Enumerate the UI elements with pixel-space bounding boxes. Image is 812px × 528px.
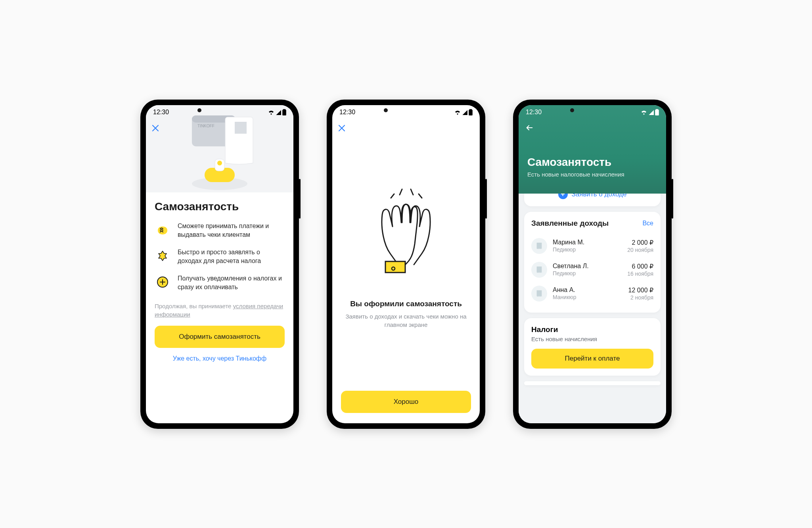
- success-subtitle: Заявить о доходах и скачать чеки можно н…: [343, 312, 469, 329]
- svg-rect-6: [235, 122, 247, 134]
- status-icons: [268, 109, 286, 115]
- income-service: Маникюр: [553, 294, 623, 300]
- close-button[interactable]: [151, 123, 159, 134]
- income-row[interactable]: Марина М.Педикюр2 000 ₽20 ноября: [531, 234, 653, 258]
- pay-taxes-button[interactable]: Перейти к оплате: [531, 349, 653, 369]
- income-date: 20 ноября: [627, 247, 653, 253]
- cell-signal-icon: [462, 109, 468, 115]
- income-amount: 6 000 ₽: [627, 263, 653, 270]
- income-name: Марина М.: [553, 239, 622, 246]
- feature-text: Сможете принимать платежи и выдавать чек…: [178, 222, 285, 239]
- feature-icon-eagle: [155, 248, 170, 264]
- income-row[interactable]: Светлана Л.Педикюр6 000 ₽16 ноября: [531, 258, 653, 282]
- disclaimer-text: Продолжая, вы принимаете условия передач…: [155, 302, 285, 319]
- status-time: 12:30: [339, 109, 355, 116]
- svg-rect-12: [385, 261, 405, 273]
- close-icon: [151, 124, 159, 132]
- battery-icon: [655, 109, 659, 115]
- feature-text: Получать уведомления о налогах и сразу и…: [178, 274, 285, 292]
- wifi-icon: [268, 109, 274, 115]
- income-row[interactable]: Анна А.Маникюр12 000 ₽2 ноября: [531, 282, 653, 305]
- high-five-illustration: [354, 181, 458, 284]
- success-title: Вы оформили самозанятость: [350, 300, 462, 308]
- peek-card: [524, 381, 661, 385]
- feature-item: Быстро и просто заявлять о доходах для р…: [155, 248, 285, 265]
- income-date: 16 ноября: [627, 271, 653, 277]
- incomes-title: Заявленные доходы: [531, 219, 609, 228]
- receipt-icon: [531, 262, 547, 278]
- wifi-icon: [454, 109, 461, 115]
- taxes-subtitle: Есть новые начисления: [531, 336, 653, 342]
- feature-item: Получать уведомления о налогах и сразу и…: [155, 274, 285, 292]
- hero-illustration-area: 12:30 TINKOFF: [146, 105, 293, 192]
- phone-frame-3: 12:30 Самозанятость Есть новые налоговые…: [513, 100, 672, 429]
- primary-cta-button[interactable]: Оформить самозанятость: [155, 326, 285, 348]
- feature-text: Быстро и просто заявлять о доходах для р…: [178, 248, 285, 265]
- status-time: 12:30: [153, 109, 169, 116]
- income-amount: 12 000 ₽: [628, 286, 653, 294]
- cell-signal-icon: [648, 109, 654, 115]
- phone-frame-1: 12:30 TINKOFF: [140, 100, 299, 429]
- screen-title: Самозанятость: [155, 200, 285, 213]
- svg-rect-1: [282, 109, 286, 115]
- arrow-left-icon: [525, 123, 534, 132]
- battery-icon: [282, 109, 286, 115]
- income-amount: 2 000 ₽: [627, 239, 653, 246]
- svg-rect-15: [655, 109, 659, 115]
- back-button[interactable]: [525, 123, 534, 134]
- ok-button[interactable]: Хорошо: [341, 391, 471, 413]
- income-service: Педикюр: [553, 246, 622, 253]
- cell-signal-icon: [275, 109, 282, 115]
- feature-icon-coin: [155, 274, 170, 290]
- feature-item: Сможете принимать платежи и выдавать чек…: [155, 222, 285, 239]
- svg-rect-11: [469, 109, 473, 115]
- hero-illustration: TINKOFF: [168, 108, 271, 192]
- battery-icon: [469, 109, 473, 115]
- svg-rect-10: [469, 109, 472, 110]
- taxes-title: Налоги: [531, 325, 653, 334]
- secondary-cta-link[interactable]: Уже есть, хочу через Тинькофф: [155, 355, 285, 362]
- income-name: Анна А.: [553, 286, 623, 294]
- incomes-card: Заявленные доходы Все Марина М.Педикюр2 …: [524, 212, 661, 313]
- taxes-card: Налоги Есть новые начисления Перейти к о…: [524, 318, 661, 376]
- svg-text:TINKOFF: TINKOFF: [197, 124, 214, 128]
- wifi-icon: [641, 109, 647, 115]
- status-icons: [641, 109, 659, 115]
- receipt-icon: [531, 238, 547, 254]
- incomes-see-all-link[interactable]: Все: [642, 220, 653, 227]
- income-service: Педикюр: [553, 270, 622, 276]
- phone-frame-2: 12:30: [327, 100, 485, 429]
- status-icons: [454, 109, 473, 115]
- income-name: Светлана Л.: [553, 263, 622, 270]
- svg-rect-0: [283, 109, 285, 110]
- svg-rect-14: [656, 109, 658, 110]
- status-time: 12:30: [526, 109, 542, 116]
- income-date: 2 ноября: [628, 294, 653, 301]
- receipt-icon: [531, 286, 547, 301]
- page-subtitle: Есть новые налоговые начисления: [527, 171, 657, 178]
- feature-icon-handshake: [155, 222, 170, 238]
- page-title: Самозанятость: [527, 156, 657, 169]
